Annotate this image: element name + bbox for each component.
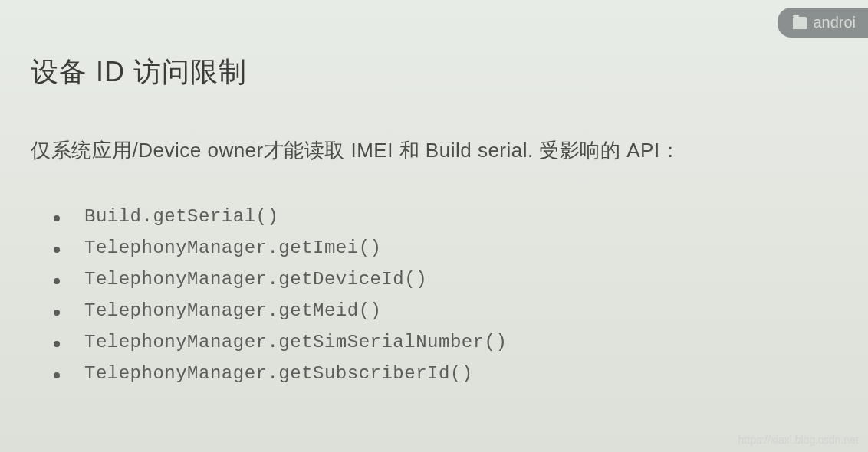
watermark: https://xiaxl.blog.csdn.net [738,434,859,446]
badge-label: androi [813,14,856,31]
list-item: TelephonyManager.getSimSerialNumber() [54,332,837,352]
api-code: TelephonyManager.getSimSerialNumber() [84,332,507,352]
api-code: TelephonyManager.getSubscriberId() [84,363,473,384]
list-item: TelephonyManager.getSubscriberId() [54,363,837,384]
slide-subtitle: 仅系统应用/Device owner才能读取 IMEI 和 Build seri… [31,137,837,164]
list-item: TelephonyManager.getImei() [54,237,837,258]
api-code: TelephonyManager.getImei() [84,237,381,258]
api-code: Build.getSerial() [84,206,278,227]
slide-content: 设备 ID 访问限制 仅系统应用/Device owner才能读取 IMEI 和… [0,0,868,425]
folder-icon [793,17,807,29]
api-code: TelephonyManager.getMeid() [84,300,381,321]
list-item: Build.getSerial() [54,206,837,227]
list-item: TelephonyManager.getDeviceId() [54,269,837,290]
slide-title: 设备 ID 访问限制 [31,54,837,91]
api-code: TelephonyManager.getDeviceId() [84,269,427,290]
list-item: TelephonyManager.getMeid() [54,300,837,321]
api-list: Build.getSerial() TelephonyManager.getIm… [31,206,837,384]
android-badge: androi [778,8,868,38]
